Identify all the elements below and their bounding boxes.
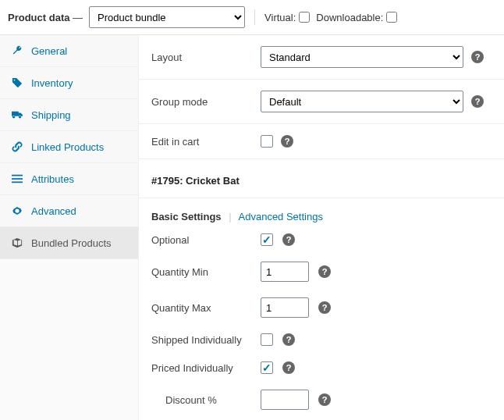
discount-input[interactable] [261,390,309,410]
optional-row: Optional ? [139,226,504,254]
sidebar-item-bundled-products[interactable]: Bundled Products [0,227,138,259]
layout-row: Layout Standard ? [139,35,504,80]
qty-min-label: Quantity Min [151,266,261,278]
shipped-individually-row: Shipped Individually ? [139,326,504,354]
bundled-item-tabs: Basic Settings | Advanced Settings [139,198,504,226]
help-icon[interactable]: ? [281,135,293,148]
box-icon [11,237,23,249]
discount-row: Discount % ? [139,382,504,418]
help-icon[interactable]: ? [282,233,295,246]
content-area: Layout Standard ? Group mode Default ? [139,35,504,420]
separator [254,9,255,25]
sidebar-item-label: Shipping [31,109,71,121]
priced-individually-label: Priced Individually [151,362,261,374]
group-mode-label: Group mode [151,96,261,108]
tab-basic-settings[interactable]: Basic Settings [151,211,222,222]
downloadable-option[interactable]: Downloadable: [316,12,397,23]
help-icon[interactable]: ? [318,265,331,278]
list-icon [11,173,23,185]
help-icon[interactable]: ? [318,393,331,406]
help-icon[interactable]: ? [318,301,331,314]
sidebar-item-advanced[interactable]: Advanced [0,195,138,227]
layout-select[interactable]: Standard [261,46,463,68]
link-icon [11,141,23,153]
sidebar: General Inventory Shipping Linked Produc… [0,35,139,420]
qty-min-input[interactable] [261,262,309,282]
layout-label: Layout [151,52,261,63]
group-mode-select[interactable]: Default [261,91,463,112]
qty-max-row: Quantity Max ? [139,290,504,326]
qty-max-label: Quantity Max [151,302,261,314]
panel-header: Product data — Product bundle Virtual: D… [0,0,504,35]
shipped-individually-label: Shipped Individually [151,334,261,346]
help-icon[interactable]: ? [471,95,484,108]
sidebar-item-label: Bundled Products [31,237,112,249]
downloadable-checkbox[interactable] [386,12,397,23]
truck-icon [11,109,23,121]
tab-advanced-settings[interactable]: Advanced Settings [239,211,323,222]
priced-individually-row: Priced Individually ? [139,354,504,382]
help-icon[interactable]: ? [471,51,484,63]
qty-max-input[interactable] [261,297,309,318]
sidebar-item-label: Linked Products [31,141,104,153]
virtual-checkbox[interactable] [299,12,310,23]
sidebar-item-label: Attributes [31,173,74,185]
qty-min-row: Quantity Min ? [139,254,504,290]
edit-in-cart-row: Edit in cart ? [139,124,504,158]
group-mode-row: Group mode Default ? [139,80,504,124]
sidebar-item-shipping[interactable]: Shipping [0,99,138,131]
bundled-item-title: #1795: Cricket Bat [139,158,504,198]
sidebar-item-inventory[interactable]: Inventory [0,67,138,99]
optional-label: Optional [151,234,261,246]
edit-in-cart-checkbox[interactable] [261,135,273,148]
sidebar-item-label: Inventory [31,77,73,89]
sidebar-item-attributes[interactable]: Attributes [0,163,138,195]
discount-label: Discount % [151,394,261,406]
virtual-option[interactable]: Virtual: [264,12,310,23]
product-type-select[interactable]: Product bundle [89,6,245,28]
edit-in-cart-label: Edit in cart [151,136,261,148]
help-icon[interactable]: ? [282,333,295,346]
sidebar-item-label: General [31,45,67,57]
shipped-individually-checkbox[interactable] [261,333,273,346]
sidebar-item-label: Advanced [31,205,76,217]
product-data-title: Product data — [8,12,83,23]
gear-icon [11,205,23,217]
wrench-icon [11,44,23,57]
optional-checkbox[interactable] [261,233,273,246]
sidebar-item-general[interactable]: General [0,35,138,67]
tag-icon [11,77,23,89]
priced-individually-checkbox[interactable] [261,361,273,374]
sidebar-item-linked-products[interactable]: Linked Products [0,131,138,163]
help-icon[interactable]: ? [282,361,295,374]
